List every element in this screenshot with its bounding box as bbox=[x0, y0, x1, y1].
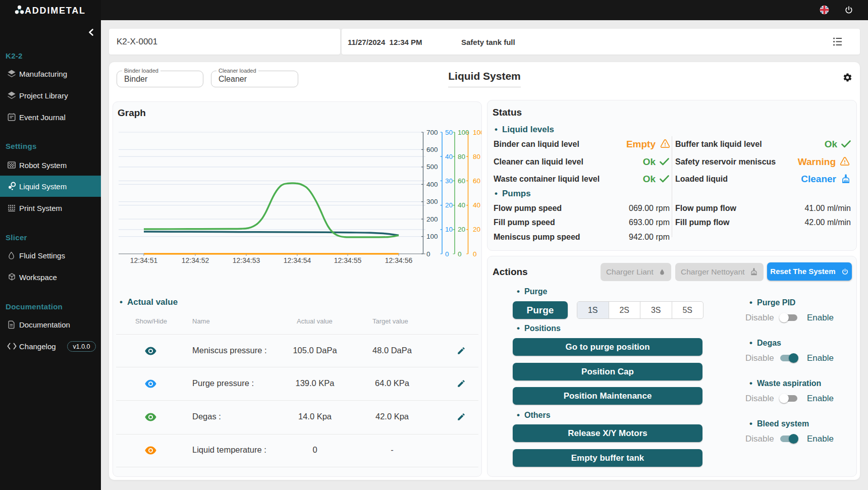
svg-text:20: 20 bbox=[458, 226, 465, 233]
svg-text:12:34:55: 12:34:55 bbox=[334, 256, 362, 264]
svg-text:100: 100 bbox=[473, 129, 481, 136]
svg-text:0: 0 bbox=[458, 250, 462, 258]
svg-text:40: 40 bbox=[445, 153, 453, 160]
svg-text:200: 200 bbox=[426, 215, 438, 223]
svg-text:40: 40 bbox=[473, 201, 480, 209]
svg-text:600: 600 bbox=[426, 146, 438, 153]
svg-text:12:34:53: 12:34:53 bbox=[233, 256, 260, 264]
svg-text:80: 80 bbox=[458, 153, 465, 160]
svg-text:0: 0 bbox=[426, 250, 430, 258]
svg-text:0: 0 bbox=[445, 250, 449, 258]
svg-text:20: 20 bbox=[445, 201, 453, 209]
svg-text:300: 300 bbox=[426, 198, 438, 205]
svg-text:10: 10 bbox=[445, 226, 453, 233]
svg-text:12:34:51: 12:34:51 bbox=[130, 256, 158, 264]
svg-text:40: 40 bbox=[458, 201, 465, 209]
svg-text:60: 60 bbox=[458, 177, 465, 185]
svg-text:50: 50 bbox=[445, 129, 453, 136]
svg-text:30: 30 bbox=[445, 177, 453, 185]
svg-text:12:34:56: 12:34:56 bbox=[385, 256, 413, 264]
svg-text:12:34:54: 12:34:54 bbox=[284, 256, 311, 264]
svg-text:100: 100 bbox=[458, 129, 469, 136]
svg-text:0: 0 bbox=[473, 250, 477, 258]
svg-text:20: 20 bbox=[473, 226, 480, 233]
svg-text:80: 80 bbox=[473, 153, 480, 160]
svg-text:700: 700 bbox=[426, 129, 438, 136]
svg-text:500: 500 bbox=[426, 163, 438, 171]
svg-text:400: 400 bbox=[426, 181, 438, 188]
svg-text:100: 100 bbox=[426, 233, 438, 240]
svg-text:12:34:52: 12:34:52 bbox=[182, 256, 209, 264]
svg-text:60: 60 bbox=[473, 177, 480, 185]
